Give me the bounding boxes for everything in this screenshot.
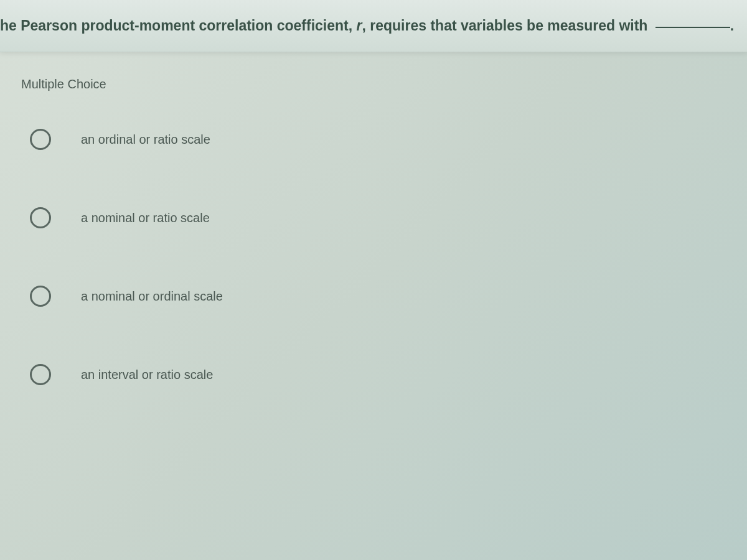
option-label: a nominal or ratio scale <box>81 211 210 225</box>
option-label: an interval or ratio scale <box>81 368 213 382</box>
question-prefix: he Pearson product-moment correlation co… <box>0 17 357 34</box>
option-row-3[interactable]: a nominal or ordinal scale <box>30 286 728 307</box>
option-label: a nominal or ordinal scale <box>81 289 223 304</box>
option-row-2[interactable]: a nominal or ratio scale <box>30 207 728 228</box>
question-trailing: . <box>730 17 734 34</box>
radio-icon[interactable] <box>30 129 51 150</box>
option-row-1[interactable]: an ordinal or ratio scale <box>30 129 728 150</box>
question-bar: he Pearson product-moment correlation co… <box>0 0 747 52</box>
question-text: he Pearson product-moment correlation co… <box>0 17 734 34</box>
option-label: an ordinal or ratio scale <box>81 133 210 147</box>
multiple-choice-label: Multiple Choice <box>21 77 728 91</box>
content-area: Multiple Choice an ordinal or ratio scal… <box>0 52 747 404</box>
radio-icon[interactable] <box>30 207 51 228</box>
option-row-4[interactable]: an interval or ratio scale <box>30 364 728 385</box>
options-list: an ordinal or ratio scale a nominal or r… <box>30 129 728 385</box>
blank-line <box>655 27 730 28</box>
question-suffix: , requires that variables be measured wi… <box>362 17 652 34</box>
question-italic: r <box>357 17 362 34</box>
radio-icon[interactable] <box>30 364 51 385</box>
radio-icon[interactable] <box>30 286 51 307</box>
